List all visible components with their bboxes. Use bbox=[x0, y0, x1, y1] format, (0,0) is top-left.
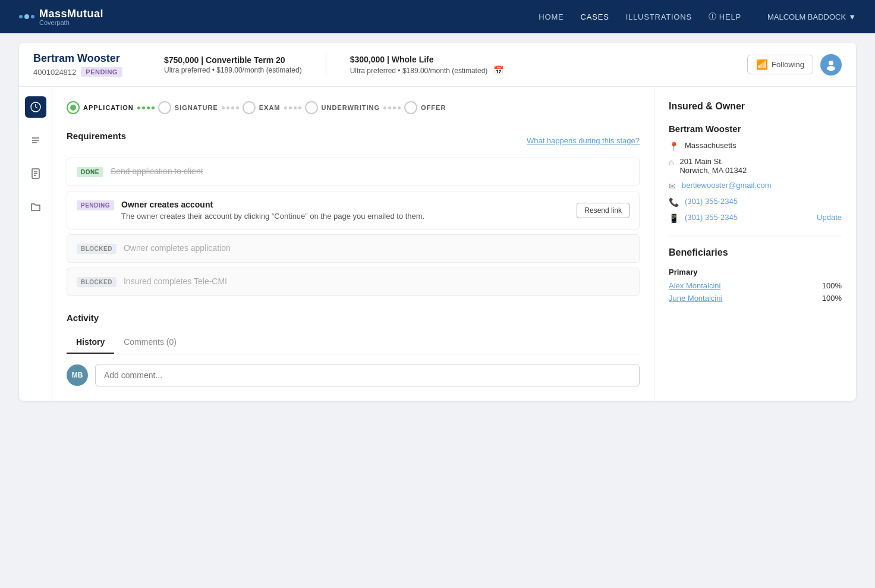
home-icon: ⌂ bbox=[669, 158, 673, 167]
progress-step-offer: OFFER bbox=[404, 101, 446, 114]
progress-step-exam: EXAM bbox=[243, 101, 281, 114]
dot bbox=[298, 106, 301, 109]
nav-user[interactable]: MALCOLM BADDOCK ▼ bbox=[767, 12, 856, 21]
case-header: Bertram Wooster 4001024812 PENDING $750,… bbox=[19, 43, 856, 87]
insured-name: Bertram Wooster bbox=[669, 124, 842, 134]
step-label-signature: SIGNATURE bbox=[175, 104, 218, 111]
location-row: 📍 Massachusetts bbox=[669, 141, 842, 151]
update-link[interactable]: Update bbox=[817, 213, 842, 222]
dot bbox=[289, 106, 292, 109]
dot bbox=[284, 106, 287, 109]
dot bbox=[383, 106, 386, 109]
policy-1-block: $750,000 | Convertible Term 20 Ultra pre… bbox=[164, 55, 302, 74]
right-panel: Insured & Owner Bertram Wooster 📍 Massac… bbox=[654, 87, 856, 401]
nav-home[interactable]: HOME bbox=[539, 12, 564, 21]
sidebar-item-folder[interactable] bbox=[25, 196, 46, 218]
main-layout: APPLICATION SIGNATURE bbox=[19, 87, 856, 401]
phone-link[interactable]: (301) 355-2345 bbox=[685, 197, 738, 206]
tab-comments[interactable]: Comments (0) bbox=[114, 332, 186, 354]
nav-links: HOME CASES ILLUSTRATIONS ⓘ HELP MALCOLM … bbox=[539, 11, 856, 22]
progress-step-application: APPLICATION bbox=[67, 101, 134, 114]
beneficiary-row-0: Alex Montalcini 100% bbox=[669, 281, 842, 290]
step-circle-exam bbox=[243, 101, 256, 114]
user-avatar-icon bbox=[820, 54, 842, 76]
requirements-section: Requirements What happens during this st… bbox=[67, 131, 640, 296]
status-badge-1: PENDING bbox=[77, 200, 114, 210]
step-label-offer: OFFER bbox=[421, 104, 446, 111]
req-header: Requirements What happens during this st… bbox=[67, 131, 640, 150]
req-item-2: BLOCKED Owner completes application bbox=[67, 234, 640, 263]
req-content-1: Owner creates account The owner creates … bbox=[121, 200, 569, 221]
beneficiary-pct-1: 100% bbox=[822, 294, 842, 303]
address-block: 201 Main St. Norwich, MA 01342 bbox=[679, 157, 747, 175]
req-item-1: PENDING Owner creates account The owner … bbox=[67, 191, 640, 229]
email-icon: ✉ bbox=[669, 181, 676, 191]
policy-2-title: $300,000 | Whole Life bbox=[350, 55, 503, 64]
following-button[interactable]: 📶 Following bbox=[747, 55, 813, 74]
tab-history[interactable]: History bbox=[67, 332, 114, 354]
logo-dot-1 bbox=[19, 15, 23, 18]
step-circle-underwriting bbox=[305, 101, 318, 114]
case-status-badge: PENDING bbox=[81, 67, 122, 77]
step-circle-signature bbox=[158, 101, 171, 114]
policy-1-title: $750,000 | Convertible Term 20 bbox=[164, 55, 302, 65]
activity-title: Activity bbox=[67, 313, 640, 323]
svg-point-0 bbox=[829, 61, 833, 65]
activity-tabs: History Comments (0) bbox=[67, 332, 640, 354]
chevron-down-icon: ▼ bbox=[848, 12, 856, 21]
nav-cases[interactable]: CASES bbox=[581, 12, 609, 21]
req-item-0: DONE Send application to client bbox=[67, 158, 640, 186]
nav-help[interactable]: ⓘ HELP bbox=[709, 11, 741, 22]
step-circle-application bbox=[67, 101, 80, 114]
logo: MassMutual Coverpath bbox=[19, 8, 103, 26]
calendar-icon[interactable]: 📅 bbox=[493, 65, 503, 75]
dot bbox=[152, 106, 155, 109]
step-circle-offer bbox=[404, 101, 417, 114]
sidebar-item-clock[interactable] bbox=[25, 96, 46, 118]
logo-dot-3 bbox=[31, 15, 34, 18]
help-circle-icon: ⓘ bbox=[709, 11, 717, 22]
nav-illustrations[interactable]: ILLUSTRATIONS bbox=[626, 12, 692, 21]
rss-icon: 📶 bbox=[756, 59, 768, 70]
step-dots-1 bbox=[137, 106, 155, 109]
insured-section-title: Insured & Owner bbox=[669, 101, 842, 112]
sidebar-item-document[interactable] bbox=[25, 163, 46, 184]
progress-step-underwriting: UNDERWRITING bbox=[305, 101, 380, 114]
sidebar-item-list[interactable] bbox=[25, 130, 46, 151]
step-dots-2 bbox=[222, 106, 239, 109]
mobile-row: 📱 (301) 355-2345 Update bbox=[669, 213, 842, 223]
step-label-application: APPLICATION bbox=[83, 104, 134, 111]
location-icon: 📍 bbox=[669, 142, 679, 151]
phone-icon: 📞 bbox=[669, 197, 679, 207]
logo-dot-2 bbox=[24, 14, 29, 19]
user-svg bbox=[825, 59, 837, 71]
beneficiary-name-1[interactable]: June Montalcini bbox=[669, 294, 722, 303]
req-title-3: Insured completes Tele-CMI bbox=[124, 276, 630, 286]
logo-name: MassMutual bbox=[39, 8, 103, 20]
activity-section: Activity History Comments (0) MB bbox=[67, 313, 640, 386]
location-text: Massachusetts bbox=[685, 141, 736, 150]
logo-text-block: MassMutual Coverpath bbox=[39, 8, 103, 26]
progress-step-signature: SIGNATURE bbox=[158, 101, 218, 114]
logo-dots bbox=[19, 14, 34, 19]
dot bbox=[388, 106, 391, 109]
req-title-2: Owner completes application bbox=[124, 243, 630, 253]
dot bbox=[222, 106, 225, 109]
req-content-3: Insured completes Tele-CMI bbox=[124, 276, 630, 286]
req-content-0: Send application to client bbox=[111, 166, 630, 176]
mobile-link[interactable]: (301) 355-2345 bbox=[685, 213, 738, 222]
list-icon bbox=[30, 134, 42, 146]
requirements-title: Requirements bbox=[67, 131, 126, 141]
panel-divider bbox=[669, 235, 842, 235]
beneficiary-name-0[interactable]: Alex Montalcini bbox=[669, 281, 720, 290]
comment-input[interactable] bbox=[95, 364, 640, 386]
what-happens-link[interactable]: What happens during this stage? bbox=[527, 136, 640, 145]
folder-icon bbox=[30, 201, 42, 213]
beneficiaries-title: Beneficiaries bbox=[669, 247, 842, 258]
svg-point-1 bbox=[827, 66, 835, 71]
resend-link-button[interactable]: Resend link bbox=[577, 203, 630, 218]
policy-1-detail: Ultra preferred • $189.00/month (estimat… bbox=[164, 66, 302, 74]
case-meta: 4001024812 PENDING bbox=[33, 67, 140, 77]
beneficiary-row-1: June Montalcini 100% bbox=[669, 294, 842, 303]
email-link[interactable]: bertiewooster@gmail.com bbox=[682, 181, 771, 190]
